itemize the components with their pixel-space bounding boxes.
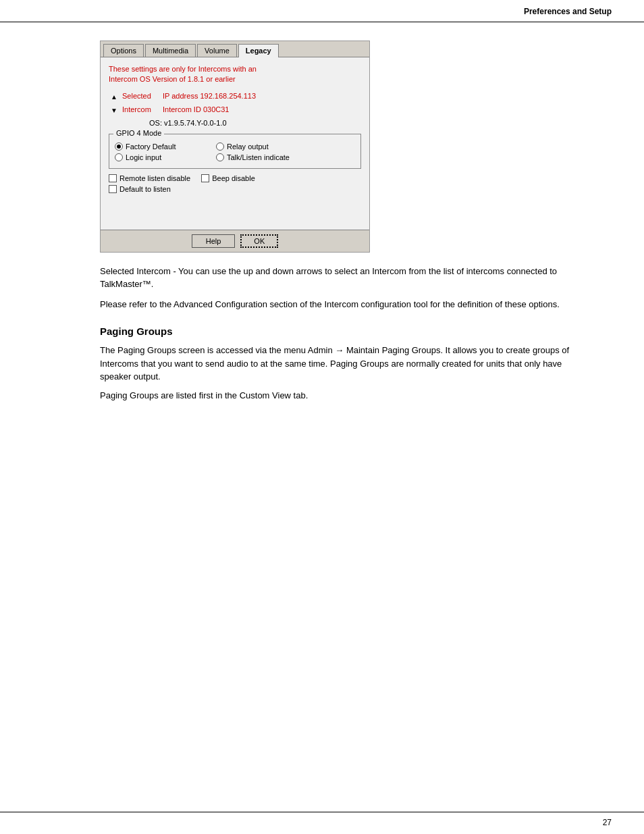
header-title: Preferences and Setup xyxy=(524,7,612,16)
radio-factory-default[interactable]: Factory Default xyxy=(115,142,203,151)
tab-legacy[interactable]: Legacy xyxy=(238,44,279,57)
checkbox-beep-disable[interactable]: Beep disable xyxy=(201,174,255,182)
radio-row-1: Factory Default Relay output xyxy=(115,142,355,151)
bottom-rule xyxy=(0,812,644,812)
intercom-value: Intercom ID 030C31 xyxy=(163,105,229,113)
dialog-footer: Help OK xyxy=(101,230,369,252)
checkbox-default-listen-box xyxy=(109,185,117,193)
dialog-screenshot: Options Multimedia Volume Legacy These s… xyxy=(100,41,370,253)
gpio-group: GPIO 4 Mode Factory Default Relay output xyxy=(109,134,361,169)
section-text-2: Paging Groups are listed first in the Cu… xyxy=(100,389,590,402)
checkbox-row-1: Remote listen disable Beep disable xyxy=(109,174,361,182)
radio-logic-input[interactable]: Logic input xyxy=(115,153,203,161)
gpio-group-label: GPIO 4 Mode xyxy=(113,129,164,137)
tab-volume[interactable]: Volume xyxy=(197,44,237,57)
body-text-2: Please refer to the Advanced Configurati… xyxy=(100,298,590,311)
intercom-row: ▼ Intercom Intercom ID 030C31 xyxy=(109,105,361,116)
up-arrow-icon: ▲ xyxy=(109,92,119,103)
body-text-1: Selected Intercom - You can use the up a… xyxy=(100,265,590,291)
page-number: 27 xyxy=(603,818,612,827)
top-rule xyxy=(0,22,644,22)
radio-relay-output-label: Relay output xyxy=(227,142,269,151)
checkbox-row-2: Default to listen xyxy=(109,185,361,193)
radio-talk-listen-circle xyxy=(216,153,224,161)
checkbox-remote-listen-label: Remote listen disable xyxy=(119,174,190,182)
selected-row: ▲ Selected IP address 192.168.254.113 xyxy=(109,92,361,103)
warning-text: These settings are only for Intercoms wi… xyxy=(109,64,361,85)
radio-logic-input-label: Logic input xyxy=(126,153,161,161)
radio-relay-output[interactable]: Relay output xyxy=(216,142,304,151)
checkbox-beep-disable-box xyxy=(201,174,209,182)
radio-logic-input-circle xyxy=(115,153,123,161)
main-content: Options Multimedia Volume Legacy These s… xyxy=(100,41,590,407)
radio-talk-listen[interactable]: Talk/Listen indicate xyxy=(216,153,304,161)
dialog-tabs: Options Multimedia Volume Legacy xyxy=(101,41,369,57)
help-button[interactable]: Help xyxy=(192,234,236,248)
radio-talk-listen-label: Talk/Listen indicate xyxy=(227,153,290,161)
section-text-1: The Paging Groups screen is accessed via… xyxy=(100,344,590,384)
selected-value: IP address 192.168.254.113 xyxy=(163,92,256,100)
os-row: OS: v1.9.5.74.Y-0.0-1.0 xyxy=(149,119,361,127)
checkbox-beep-disable-label: Beep disable xyxy=(212,174,255,182)
intercom-label: Intercom xyxy=(122,105,157,113)
checkbox-remote-listen[interactable]: Remote listen disable xyxy=(109,174,190,182)
radio-factory-default-circle xyxy=(115,142,123,151)
radio-row-2: Logic input Talk/Listen indicate xyxy=(115,153,355,161)
ok-button[interactable]: OK xyxy=(240,234,278,248)
down-arrow-icon: ▼ xyxy=(109,105,119,116)
radio-relay-output-circle xyxy=(216,142,224,151)
section-heading: Paging Groups xyxy=(100,325,590,337)
tab-multimedia[interactable]: Multimedia xyxy=(145,44,196,57)
dialog-body: These settings are only for Intercoms wi… xyxy=(101,57,369,230)
tab-options[interactable]: Options xyxy=(103,44,144,57)
checkbox-remote-listen-box xyxy=(109,174,117,182)
radio-factory-default-label: Factory Default xyxy=(126,142,176,151)
checkbox-default-listen-label: Default to listen xyxy=(119,185,171,193)
checkbox-default-listen[interactable]: Default to listen xyxy=(109,185,171,193)
selected-label: Selected xyxy=(122,92,157,100)
